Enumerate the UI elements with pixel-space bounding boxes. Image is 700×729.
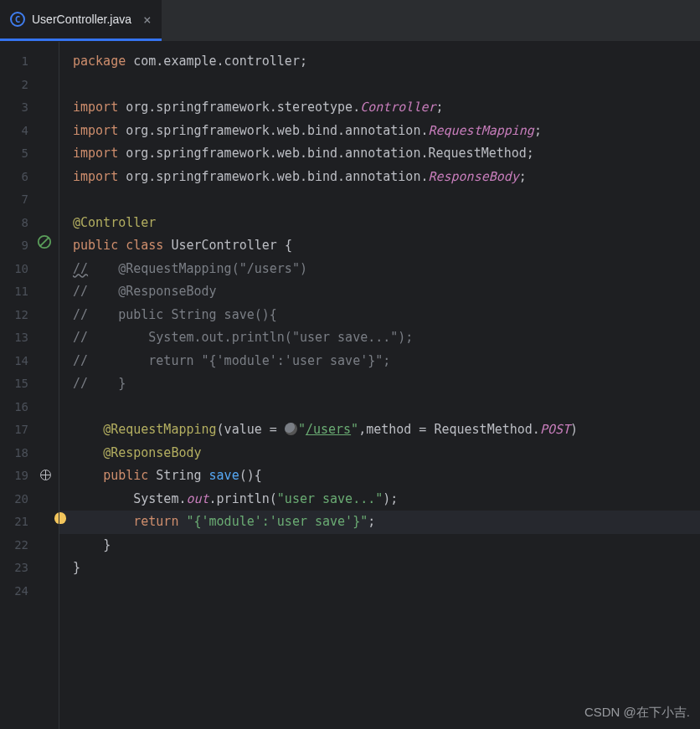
gutter (33, 42, 59, 729)
tab-bar: C UserController.java × (0, 0, 700, 42)
earth-icon (285, 423, 297, 435)
svg-line-1 (40, 238, 49, 247)
watermark: CSDN @在下小吉. (584, 705, 690, 721)
line-numbers: 123456 789101112 131415161718 1920212223… (0, 42, 33, 729)
code-area[interactable]: package com.example.controller; import o… (59, 42, 700, 729)
java-class-icon: C (10, 12, 25, 27)
file-tab[interactable]: C UserController.java × (0, 0, 162, 41)
no-entry-icon[interactable] (37, 234, 52, 249)
globe-gutter-icon[interactable] (40, 469, 51, 484)
code-editor[interactable]: 123456 789101112 131415161718 1920212223… (0, 42, 700, 729)
close-icon[interactable]: × (143, 12, 152, 28)
tab-title: UserController.java (32, 13, 131, 26)
